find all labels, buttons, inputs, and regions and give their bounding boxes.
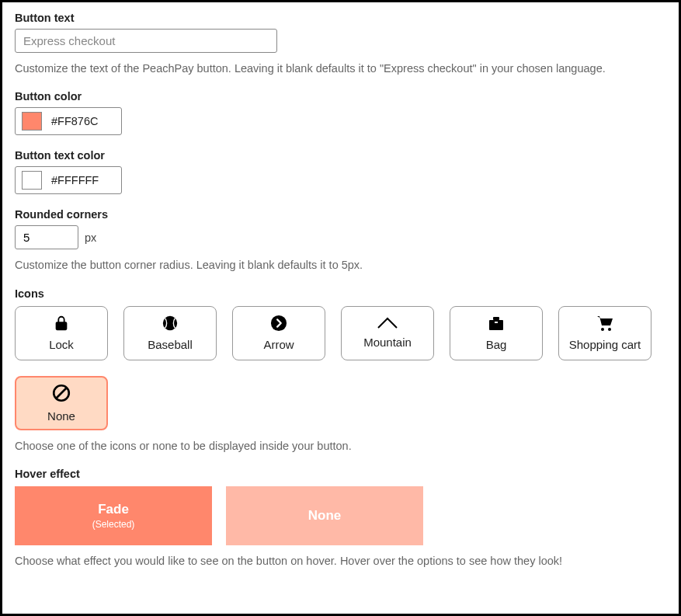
icon-option-label: Baseball — [148, 338, 193, 351]
button-color-label: Button color — [15, 90, 666, 103]
icon-option-lock[interactable]: Lock — [15, 306, 108, 360]
shopping-cart-icon — [596, 315, 614, 335]
arrow-icon — [270, 315, 287, 335]
icon-option-label: Mountain — [363, 336, 412, 349]
icon-option-label: None — [47, 409, 75, 423]
icons-section: Icons Lock Baseball Arrow — [15, 287, 666, 454]
button-color-value: #FF876C — [51, 115, 98, 127]
icon-option-mountain[interactable]: Mountain — [341, 306, 434, 360]
hover-effect-description: Choose what effect you would like to see… — [15, 553, 666, 569]
bag-icon — [487, 315, 506, 335]
rounded-corners-description: Customize the button corner radius. Leav… — [15, 257, 666, 273]
icons-label: Icons — [15, 287, 666, 300]
hover-option-none[interactable]: None — [226, 486, 423, 545]
button-color-field[interactable]: #FF876C — [15, 107, 122, 135]
svg-rect-4 — [495, 322, 498, 323]
icon-option-none[interactable]: None — [15, 376, 108, 430]
hover-effect-label: Hover effect — [15, 468, 666, 480]
button-text-color-section: Button text color #FFFFFF — [15, 149, 666, 194]
none-icon — [51, 383, 71, 406]
button-color-section: Button color #FF876C — [15, 90, 666, 135]
button-text-label: Button text — [15, 12, 666, 24]
button-text-color-label: Button text color — [15, 149, 666, 162]
button-text-description: Customize the text of the PeachPay butto… — [15, 61, 666, 76]
button-text-input[interactable] — [15, 29, 277, 53]
icon-option-shopping-cart[interactable]: Shopping cart — [558, 306, 651, 360]
hover-row: Fade (Selected) None — [15, 486, 666, 545]
button-color-swatch — [22, 112, 42, 131]
hover-fade-sub: (Selected) — [92, 519, 135, 530]
rounded-corners-unit: px — [85, 231, 96, 244]
icon-option-label: Bag — [486, 338, 507, 351]
hover-effect-section: Hover effect Fade (Selected) None Choose… — [15, 468, 666, 569]
svg-rect-3 — [493, 317, 499, 320]
button-text-section: Button text Customize the text of the Pe… — [15, 12, 666, 76]
mountain-icon — [377, 317, 398, 332]
hover-option-fade[interactable]: Fade (Selected) — [15, 486, 212, 545]
icon-option-label: Shopping cart — [569, 338, 641, 351]
button-text-color-value: #FFFFFF — [51, 174, 99, 186]
svg-line-8 — [57, 388, 67, 398]
svg-point-5 — [601, 328, 604, 331]
icon-option-arrow[interactable]: Arrow — [232, 306, 325, 360]
baseball-icon — [162, 315, 179, 335]
lock-icon — [53, 315, 70, 335]
icon-option-label: Lock — [49, 338, 74, 351]
icon-option-baseball[interactable]: Baseball — [123, 306, 217, 360]
icons-description: Choose one of the icons or none to be di… — [15, 438, 666, 454]
rounded-corners-section: Rounded corners px Customize the button … — [15, 208, 666, 273]
hover-fade-label: Fade — [98, 502, 129, 517]
svg-point-1 — [271, 315, 287, 331]
hover-none-label: None — [308, 508, 342, 524]
icon-option-label: Arrow — [263, 338, 294, 351]
svg-rect-2 — [489, 320, 503, 330]
svg-point-6 — [608, 328, 611, 331]
rounded-corners-input[interactable] — [15, 225, 78, 249]
settings-panel: Button text Customize the text of the Pe… — [0, 0, 681, 616]
icon-option-bag[interactable]: Bag — [450, 306, 543, 360]
icons-grid: Lock Baseball Arrow Mountain — [15, 306, 666, 430]
button-text-color-field[interactable]: #FFFFFF — [15, 166, 122, 194]
rounded-corners-label: Rounded corners — [15, 208, 666, 221]
button-text-color-swatch — [22, 171, 42, 190]
